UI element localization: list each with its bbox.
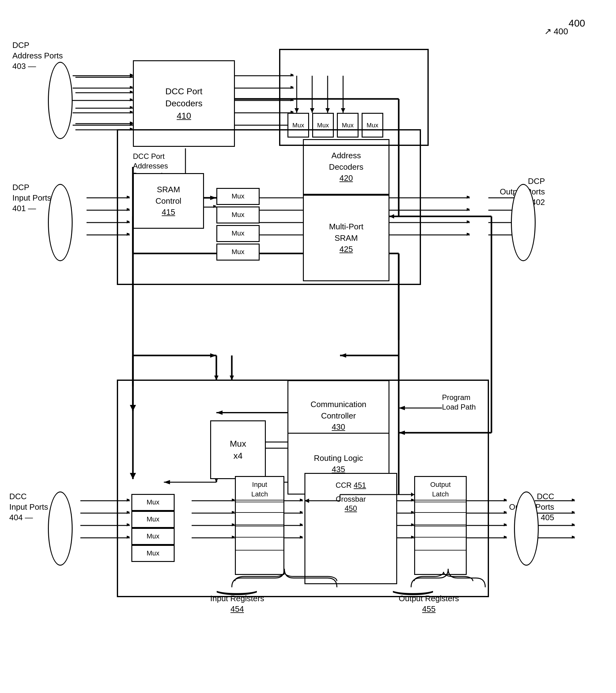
svg-marker-31	[390, 214, 394, 219]
top-mux-2: Mux	[312, 113, 334, 138]
svg-marker-160	[214, 376, 219, 380]
svg-marker-9	[130, 123, 133, 126]
svg-marker-39	[127, 233, 130, 236]
bot-mux-2: Mux	[131, 511, 175, 528]
mid-mux-3: Mux	[216, 225, 260, 242]
svg-marker-116	[504, 536, 507, 539]
arrow-400-indicator: ↗ 400	[544, 26, 569, 37]
mid-mux-4: Mux	[216, 243, 260, 261]
svg-marker-114	[504, 511, 507, 514]
svg-marker-175	[130, 75, 133, 78]
svg-marker-17	[291, 98, 294, 101]
svg-marker-41	[213, 205, 216, 208]
dcp-output-ports-ellipse	[511, 184, 536, 261]
svg-marker-154	[411, 492, 414, 497]
input-registers-brace: ⌣	[212, 576, 261, 605]
output-latch-box: OutputLatch	[414, 476, 467, 575]
sram-control-box: SRAMControl 415	[133, 173, 204, 229]
multi-port-sram-box: Multi-PortSRAM 425	[303, 195, 390, 281]
svg-marker-97	[300, 499, 303, 502]
svg-marker-90	[232, 511, 235, 514]
dcc-port-decoders-box: DCC PortDecoders 410	[133, 60, 235, 147]
mid-mux-2: Mux	[216, 206, 260, 223]
svg-marker-82	[127, 511, 130, 514]
bot-mux-1: Mux	[131, 494, 175, 511]
svg-marker-15	[291, 74, 294, 77]
svg-marker-91	[232, 523, 235, 527]
mux-x4-box: Muxx4	[210, 420, 266, 479]
mid-mux-1: Mux	[216, 188, 260, 205]
top-mux-3: Mux	[337, 113, 359, 138]
svg-marker-107	[411, 523, 414, 527]
diagram-number: 400	[569, 17, 585, 30]
dcc-output-ports-ellipse	[514, 492, 539, 566]
svg-marker-98	[300, 511, 303, 514]
address-decoders-box: AddressDecoders 420	[303, 139, 390, 195]
program-load-path-label: ProgramLoad Path	[442, 393, 476, 412]
svg-marker-76	[340, 353, 346, 358]
svg-marker-157	[216, 411, 222, 415]
svg-marker-161	[230, 376, 234, 380]
svg-marker-179	[130, 128, 133, 131]
svg-marker-26	[325, 108, 330, 113]
svg-marker-57	[467, 233, 470, 236]
svg-marker-7	[130, 98, 133, 101]
svg-marker-92	[232, 536, 235, 539]
svg-marker-36	[127, 196, 130, 199]
svg-marker-142	[164, 480, 170, 484]
dcp-input-ports-401-label: DCPInput Ports401 —	[12, 182, 51, 214]
svg-marker-113	[504, 499, 507, 502]
dcc-input-ports-404-label: DCCInput Ports404 —	[9, 492, 48, 523]
bot-mux-4: Mux	[131, 545, 175, 562]
svg-marker-24	[295, 108, 299, 113]
svg-marker-115	[504, 523, 507, 527]
svg-marker-133	[399, 406, 405, 410]
svg-marker-183	[399, 431, 405, 435]
svg-marker-25	[310, 108, 314, 113]
svg-marker-105	[411, 499, 414, 502]
dcc-input-ports-404-ellipse	[48, 492, 73, 566]
svg-marker-56	[467, 220, 470, 223]
diagram-lines	[0, 0, 616, 693]
svg-marker-176	[130, 91, 133, 94]
svg-marker-5	[130, 74, 133, 77]
svg-marker-177	[130, 106, 133, 109]
svg-marker-37	[127, 208, 130, 211]
input-latch-box: InputLatch	[235, 476, 284, 575]
svg-marker-106	[411, 511, 414, 514]
svg-marker-16	[291, 86, 294, 89]
svg-marker-71	[210, 353, 216, 358]
top-mux-4: Mux	[362, 113, 383, 138]
crossbar-box: CCR 451 Crossbar 450	[304, 473, 397, 584]
dcp-input-ports-401-ellipse	[48, 184, 73, 261]
top-mux-1: Mux	[287, 113, 309, 138]
svg-marker-99	[300, 523, 303, 527]
svg-marker-8	[130, 111, 133, 114]
bot-mux-3: Mux	[131, 528, 175, 545]
svg-marker-138	[210, 196, 216, 200]
svg-marker-81	[127, 499, 130, 502]
diagram-container: 400 ↗ 400 DCPAddress Ports403 — DCC Port…	[0, 0, 616, 693]
svg-marker-83	[127, 523, 130, 527]
svg-marker-69	[130, 405, 136, 411]
svg-marker-89	[232, 499, 235, 502]
dcp-address-ports-ellipse	[48, 62, 73, 139]
svg-marker-84	[127, 536, 130, 539]
svg-marker-108	[411, 536, 414, 539]
svg-marker-122	[572, 511, 575, 514]
svg-marker-55	[467, 208, 470, 211]
svg-marker-100	[300, 536, 303, 539]
svg-marker-38	[127, 220, 130, 223]
detail-svg	[0, 0, 616, 693]
output-registers-brace: ⌣	[389, 576, 438, 605]
svg-marker-54	[467, 196, 470, 199]
svg-marker-124	[572, 536, 575, 539]
svg-marker-6	[130, 86, 133, 89]
svg-marker-27	[341, 108, 345, 113]
svg-marker-178	[130, 121, 133, 124]
svg-marker-121	[572, 499, 575, 502]
svg-marker-73	[130, 473, 136, 479]
svg-marker-123	[572, 523, 575, 527]
